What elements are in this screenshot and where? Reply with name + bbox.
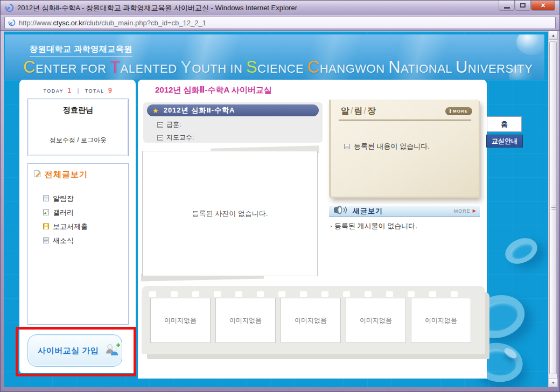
maximize-icon: [520, 3, 526, 8]
scrollbar-grip-icon: [551, 206, 556, 209]
menu-item-label: 보고서제출: [53, 222, 88, 232]
news-icon: [43, 237, 49, 245]
bubble-decoration: [501, 233, 542, 268]
classroom-guide-button[interactable]: 교실안내: [486, 135, 523, 148]
no-image-text: 이미지없음: [164, 316, 197, 325]
vertical-scrollbar[interactable]: ▲ ▼: [548, 31, 557, 387]
divider: [339, 120, 471, 121]
new-posts-more-button[interactable]: MORE ▶: [454, 208, 477, 214]
board-menu: 전체글보기 알림장 갤러리 보고서제출: [27, 163, 129, 325]
total-label: TOTAL: [85, 88, 104, 94]
list-bullet-icon: [157, 122, 163, 128]
window-controls: ×: [499, 1, 555, 11]
notice-more-button[interactable]: MORE: [445, 107, 472, 115]
save-disk-icon: [43, 223, 49, 231]
no-image-text: 이미지없음: [229, 316, 262, 325]
club-teacher-label: 지도교수:: [166, 133, 194, 142]
gallery-thumb[interactable]: 이미지없음: [215, 298, 276, 343]
club-info-box: ★ 2012년 심화Ⅱ-수학A 급훈: 지도교수:: [143, 102, 323, 143]
picture-icon: [43, 209, 49, 217]
club-teacher-line: 지도교수:: [157, 133, 323, 142]
close-icon: ×: [541, 1, 545, 10]
new-posts-empty-text: · 등록된 게시물이 없습니다.: [330, 221, 417, 231]
total-count: 9: [108, 87, 112, 94]
today-label: TODAY: [43, 88, 64, 94]
notice-header: 알/림/장 MORE: [341, 106, 472, 117]
counter-separator: |: [78, 88, 79, 94]
notice-empty-row: 등록된 내용이 없습니다.: [344, 142, 430, 151]
browser-viewport: 창원대학교 과학영재교육원 CENTER FOR TALENTED YOUTH …: [4, 31, 557, 387]
gallery-thumb[interactable]: 이미지없음: [150, 298, 211, 343]
page-title: 2012년 심화Ⅱ-수학A 사이버교실: [155, 85, 272, 95]
main-content: 2012년 심화Ⅱ-수학A 사이버교실 ★ 2012년 심화Ⅱ-수학A 급훈: …: [138, 80, 487, 379]
menu-item-gallery[interactable]: 갤러리: [43, 206, 128, 220]
notice-title: 알/림/장: [341, 106, 376, 117]
club-name: 2012년 심화Ⅱ-수학A: [164, 106, 235, 115]
people-add-icon: [104, 343, 121, 359]
home-button[interactable]: 홈: [487, 116, 522, 132]
today-count: 1: [68, 87, 72, 94]
edit-info-logout-links[interactable]: 정보수정 / 로그아웃: [28, 136, 128, 145]
menu-item-label: 갤러리: [53, 208, 74, 218]
photo-empty-text: 등록된 사진이 없습니다.: [192, 209, 268, 219]
window-title: 2012년 심화Ⅱ-수학A - 창원대학교 과학영재교육원 사이버교실 - Wi…: [17, 3, 297, 13]
address-bar: e http://www.ctysc.or.kr/club/club_main.…: [1, 15, 559, 31]
scroll-up-button[interactable]: ▲: [549, 31, 558, 40]
minimize-icon: [504, 7, 510, 9]
join-classroom-label: 사이버교실 가입: [38, 346, 99, 356]
arrow-right-icon: ▶: [473, 208, 477, 213]
megaphone-icon: [332, 205, 348, 218]
visit-counter: TODAY 1 | TOTAL 9: [19, 85, 136, 95]
view-all-posts-link[interactable]: 전체글보기: [28, 164, 128, 180]
user-info-box: 정효란님 정보수정 / 로그아웃: [27, 99, 129, 156]
star-icon: ★: [152, 107, 159, 115]
menu-item-report[interactable]: 보고서제출: [43, 220, 128, 234]
url-input[interactable]: e http://www.ctysc.or.kr/club/club_main.…: [4, 17, 556, 29]
club-name-bar: ★ 2012년 심화Ⅱ-수학A: [147, 104, 319, 116]
notice-board: 알/림/장 MORE 등록된 내용이 없습니다.: [329, 100, 479, 197]
url-text: http://www.ctysc.or.kr/club/club_main.ph…: [19, 19, 206, 27]
gallery-strip: 이미지없음 이미지없음 이미지없음 이미지없음 이미지없음: [142, 286, 485, 354]
no-image-text: 이미지없음: [295, 316, 327, 325]
join-classroom-button[interactable]: 사이버교실 가입: [27, 334, 122, 367]
bubble-decoration: [516, 34, 544, 55]
notice-empty-text: 등록된 내용이 없습니다.: [354, 142, 430, 151]
user-name: 정효란님: [28, 106, 128, 115]
scrollbar-thumb[interactable]: [549, 41, 557, 374]
svg-text:e: e: [7, 5, 10, 12]
menu-item-notice[interactable]: 알림장: [43, 192, 128, 206]
internet-explorer-icon: e: [5, 3, 14, 12]
list-bullet-icon: [344, 144, 350, 149]
svg-text:e: e: [10, 20, 13, 26]
gallery-thumb[interactable]: 이미지없음: [346, 298, 406, 343]
club-motto-label: 급훈:: [166, 120, 181, 129]
webpage: 창원대학교 과학영재교육원 CENTER FOR TALENTED YOUTH …: [4, 31, 548, 387]
no-image-text: 이미지없음: [425, 316, 457, 325]
no-image-text: 이미지없음: [360, 316, 392, 325]
minimize-button[interactable]: [499, 1, 515, 11]
new-posts-bar: 새글보기 MORE ▶: [329, 205, 480, 217]
new-posts-title: 새글보기: [353, 206, 383, 216]
notebook-icon: [43, 195, 49, 203]
close-button[interactable]: ×: [531, 1, 555, 11]
site-logo-text[interactable]: 창원대학교 과학영재교육원: [30, 44, 132, 57]
internet-explorer-icon: e: [8, 19, 16, 26]
list-bullet-icon: [157, 135, 163, 141]
more-label: MORE: [454, 208, 471, 214]
club-motto-line: 급훈:: [157, 120, 323, 129]
site-header: 창원대학교 과학영재교육원 CENTER FOR TALENTED YOUTH …: [5, 34, 544, 80]
club-photo-area: 등록된 사진이 없습니다.: [142, 151, 318, 276]
gallery-thumb[interactable]: 이미지없음: [411, 298, 471, 343]
maximize-button[interactable]: [515, 1, 531, 11]
menu-title: 전체글보기: [45, 170, 88, 180]
menu-item-news[interactable]: 새소식: [43, 234, 128, 248]
sidebar: TODAY 1 | TOTAL 9 정효란님 정보수정 / 로그아웃: [19, 80, 136, 373]
site-tagline: CENTER FOR TALENTED YOUTH IN SCIENCE CHA…: [23, 58, 533, 78]
gallery-thumb[interactable]: 이미지없음: [281, 298, 341, 343]
menu-item-label: 알림장: [53, 194, 74, 204]
pencil-note-icon: [33, 170, 41, 180]
scroll-down-button[interactable]: ▼: [549, 378, 558, 387]
photo-placeholder: 등록된 사진이 없습니다.: [142, 151, 318, 276]
menu-item-label: 새소식: [53, 236, 74, 246]
titlebar[interactable]: e 2012년 심화Ⅱ-수학A - 창원대학교 과학영재교육원 사이버교실 - …: [1, 1, 559, 15]
